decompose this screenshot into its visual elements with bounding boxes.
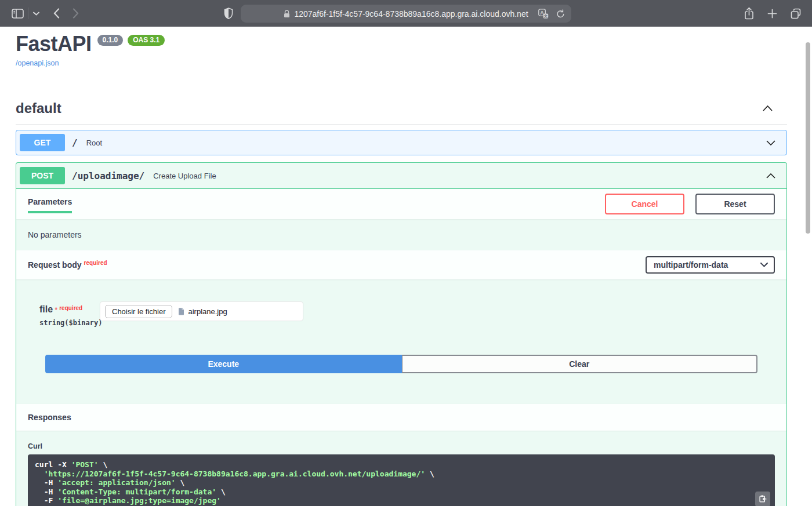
forward-icon[interactable]	[72, 8, 79, 19]
api-info: FastAPI 0.1.0 OAS 3.1 /openapi.json	[16, 27, 787, 68]
required-flag: required	[84, 260, 107, 266]
post-uploadimage-summary[interactable]: POST /uploadimage/ Create Upload File	[16, 163, 786, 189]
clear-button[interactable]: Clear	[402, 355, 758, 373]
svg-text:文: 文	[543, 14, 548, 18]
back-icon[interactable]	[53, 8, 60, 19]
tag-section-title: default	[16, 100, 61, 117]
post-summary: Create Upload File	[153, 172, 216, 180]
no-parameters-text: No parameters	[16, 219, 786, 250]
curl-section: Curl curl -X 'POST' \ 'https://1207af6f-…	[16, 431, 786, 506]
get-root-summary[interactable]: GET / Root	[16, 130, 786, 155]
openapi-spec-link[interactable]: /openapi.json	[16, 59, 59, 67]
address-bar[interactable]: 1207af6f-1f5f-4c57-9c64-8738b89a16c8.app…	[241, 5, 571, 23]
browser-toolbar: 1207af6f-1f5f-4c57-9c64-8738b89a16c8.app…	[0, 0, 812, 27]
page-content: FastAPI 0.1.0 OAS 3.1 /openapi.json defa…	[0, 27, 812, 506]
collapse-icon[interactable]	[763, 105, 773, 111]
required-star: *	[55, 305, 57, 314]
reload-icon[interactable]	[556, 9, 565, 19]
content-type-select[interactable]: multipart/form-data	[646, 256, 775, 274]
content-type-value: multipart/form-data	[654, 260, 728, 270]
oas-badge: OAS 3.1	[128, 35, 165, 46]
cancel-button[interactable]: Cancel	[605, 194, 684, 214]
request-body-area: file*required string($binary) Choisir le…	[16, 279, 786, 385]
collapse-icon[interactable]	[766, 173, 775, 179]
sidebar-icon[interactable]	[12, 9, 24, 19]
param-required-label: required	[59, 305, 82, 311]
copy-clipboard-icon[interactable]	[755, 492, 770, 506]
get-method-badge: GET	[20, 134, 65, 151]
curl-label: Curl	[28, 442, 775, 450]
new-tab-icon[interactable]	[767, 9, 777, 19]
scrollbar[interactable]	[806, 42, 810, 234]
share-icon[interactable]	[744, 7, 755, 20]
tab-parameters[interactable]: Parameters	[28, 195, 72, 213]
reset-button[interactable]: Reset	[695, 194, 775, 214]
execute-row: Execute Clear	[28, 327, 775, 385]
get-path: /	[72, 137, 78, 148]
param-type: string($binary)	[39, 319, 100, 327]
curl-command[interactable]: curl -X 'POST' \ 'https://1207af6f-1f5f-…	[28, 454, 775, 506]
tab-overview-icon[interactable]	[790, 8, 802, 19]
tag-section-header[interactable]: default	[16, 100, 787, 125]
execute-button[interactable]: Execute	[45, 355, 402, 373]
choose-file-button[interactable]: Choisir le fichier	[105, 305, 172, 318]
post-path: /uploadimage/	[72, 170, 144, 181]
post-method-badge: POST	[20, 167, 65, 184]
file-input[interactable]: Choisir le fichier airplane.jpg	[100, 301, 303, 321]
tab-group-chevron-icon[interactable]	[33, 12, 39, 16]
request-body-label: Request body	[28, 260, 82, 270]
translate-icon[interactable]: A 文	[538, 9, 549, 19]
select-chevron-icon	[760, 263, 768, 267]
expand-icon[interactable]	[766, 140, 775, 145]
toolbar-divider	[28, 8, 28, 19]
selected-file-name: airplane.jpg	[188, 307, 227, 316]
lock-icon	[284, 10, 290, 18]
parameters-header: Parameters Cancel Reset	[16, 189, 786, 219]
opblock-post-uploadimage: POST /uploadimage/ Create Upload File Pa…	[16, 162, 787, 506]
privacy-shield-icon[interactable]	[224, 8, 233, 21]
opblock-get-root: GET / Root	[16, 130, 787, 155]
file-icon	[178, 308, 184, 315]
page-title: FastAPI	[16, 32, 92, 56]
request-body-header: Request bodyrequired multipart/form-data	[16, 250, 786, 279]
url-text: 1207af6f-1f5f-4c57-9c64-8738b89a16c8.app…	[294, 9, 528, 19]
file-param-row: file*required string($binary) Choisir le…	[39, 301, 775, 327]
version-badge: 0.1.0	[97, 35, 124, 46]
param-name: file	[39, 304, 53, 314]
get-summary: Root	[86, 139, 102, 147]
responses-label: Responses	[28, 413, 71, 422]
responses-header: Responses	[16, 404, 786, 431]
